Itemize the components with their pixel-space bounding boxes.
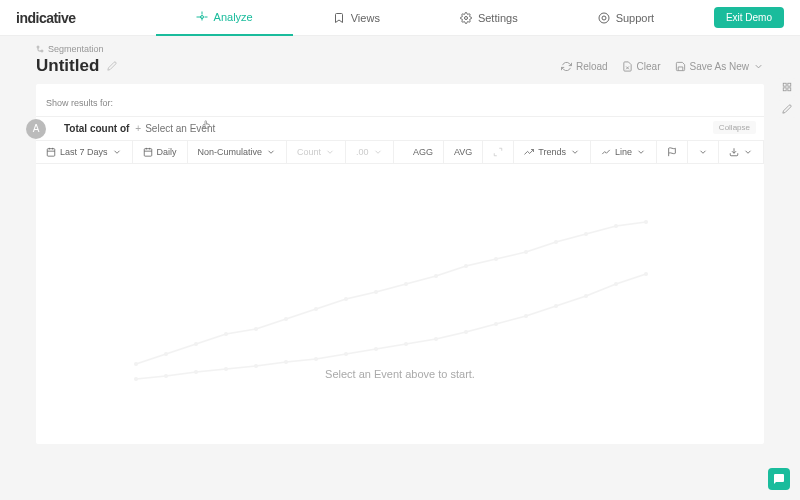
svg-point-33 xyxy=(644,220,648,224)
svg-point-37 xyxy=(224,367,228,371)
gear-icon xyxy=(460,12,472,24)
collapse-button[interactable]: Collapse xyxy=(713,121,756,134)
expand-icon xyxy=(493,147,503,157)
svg-point-51 xyxy=(644,272,648,276)
line-chart-icon xyxy=(601,147,611,157)
rail-info-button[interactable] xyxy=(778,100,796,118)
calendar-icon xyxy=(143,147,153,157)
svg-point-49 xyxy=(584,294,588,298)
svg-point-45 xyxy=(464,330,468,334)
svg-point-42 xyxy=(374,347,378,351)
nav-label: Analyze xyxy=(214,11,253,23)
nav-label: Support xyxy=(616,12,655,24)
logo: indicative xyxy=(16,10,76,26)
event-count-label: Total count of xyxy=(64,123,129,134)
date-range-picker[interactable]: Last 7 Days xyxy=(36,141,133,163)
svg-point-34 xyxy=(134,377,138,381)
page-title: Untitled xyxy=(36,56,99,76)
filter-label: Show results for: xyxy=(46,98,113,108)
nav-analyze[interactable]: Analyze xyxy=(156,0,293,36)
svg-point-24 xyxy=(374,290,378,294)
svg-rect-6 xyxy=(47,149,55,157)
svg-rect-52 xyxy=(783,83,786,86)
placeholder-chart xyxy=(116,184,676,384)
svg-point-31 xyxy=(584,232,588,236)
svg-point-38 xyxy=(254,364,258,368)
trends-button[interactable]: Trends xyxy=(514,141,591,163)
metric-picker[interactable]: Count xyxy=(287,141,346,163)
svg-point-22 xyxy=(314,307,318,311)
svg-point-28 xyxy=(494,257,498,261)
svg-point-4 xyxy=(37,46,39,48)
svg-point-36 xyxy=(194,370,198,374)
event-badge: A xyxy=(26,119,46,139)
info-icon xyxy=(782,104,792,114)
cursor-hand-icon xyxy=(201,119,213,131)
chevron-down-icon xyxy=(112,147,122,157)
svg-rect-53 xyxy=(788,83,791,86)
svg-point-40 xyxy=(314,357,318,361)
svg-point-26 xyxy=(434,274,438,278)
support-icon xyxy=(598,12,610,24)
svg-rect-54 xyxy=(788,88,791,91)
trends-icon xyxy=(524,147,534,157)
decimal-picker[interactable]: .00 xyxy=(346,141,394,163)
nav-settings[interactable]: Settings xyxy=(420,0,558,36)
cumulative-picker[interactable]: Non-Cumulative xyxy=(188,141,288,163)
svg-rect-55 xyxy=(783,88,786,91)
save-as-new-button[interactable]: Save As New xyxy=(675,61,764,72)
svg-point-35 xyxy=(164,374,168,378)
svg-point-30 xyxy=(554,240,558,244)
svg-point-41 xyxy=(344,352,348,356)
add-event-control[interactable]: + xyxy=(135,123,245,134)
avg-button[interactable]: AVG xyxy=(444,141,483,163)
flag-button[interactable] xyxy=(657,141,688,163)
svg-point-47 xyxy=(524,314,528,318)
edit-icon[interactable] xyxy=(107,61,117,71)
help-fab[interactable] xyxy=(768,468,790,490)
nav-views[interactable]: Views xyxy=(293,0,420,36)
nav-support[interactable]: Support xyxy=(558,0,695,36)
reload-icon xyxy=(561,61,572,72)
chevron-down-icon xyxy=(325,147,335,157)
reload-button[interactable]: Reload xyxy=(561,61,608,72)
analyze-icon xyxy=(196,11,208,23)
svg-point-43 xyxy=(404,342,408,346)
bookmark-icon xyxy=(333,12,345,24)
rail-grid-button[interactable] xyxy=(778,78,796,96)
chevron-down-icon xyxy=(698,147,708,157)
chevron-down-icon xyxy=(636,147,646,157)
svg-point-21 xyxy=(284,317,288,321)
granularity-picker[interactable]: Daily xyxy=(133,141,188,163)
download-button[interactable] xyxy=(719,141,764,163)
grid-icon xyxy=(782,82,792,92)
download-icon xyxy=(729,147,739,157)
svg-point-39 xyxy=(284,360,288,364)
svg-point-5 xyxy=(41,50,43,52)
svg-point-18 xyxy=(194,342,198,346)
calendar-icon xyxy=(46,147,56,157)
flag-icon xyxy=(667,147,677,157)
svg-point-20 xyxy=(254,327,258,331)
clear-button[interactable]: Clear xyxy=(622,61,661,72)
chat-icon xyxy=(773,473,785,485)
agg-button[interactable]: AGG xyxy=(403,141,444,163)
chevron-down-icon xyxy=(743,147,753,157)
chart-area: Select an Event above to start. xyxy=(36,164,764,444)
event-select-input[interactable] xyxy=(145,123,245,134)
more-button[interactable] xyxy=(688,141,719,163)
exit-demo-button[interactable]: Exit Demo xyxy=(714,7,784,28)
svg-point-2 xyxy=(599,13,609,23)
svg-point-17 xyxy=(164,352,168,356)
save-icon xyxy=(675,61,686,72)
chart-type-picker[interactable]: Line xyxy=(591,141,657,163)
svg-rect-10 xyxy=(144,149,152,157)
expand-button[interactable] xyxy=(483,141,514,163)
svg-point-48 xyxy=(554,304,558,308)
svg-point-46 xyxy=(494,322,498,326)
svg-point-19 xyxy=(224,332,228,336)
svg-point-29 xyxy=(524,250,528,254)
svg-point-3 xyxy=(602,16,606,20)
chevron-down-icon xyxy=(266,147,276,157)
clear-icon xyxy=(622,61,633,72)
